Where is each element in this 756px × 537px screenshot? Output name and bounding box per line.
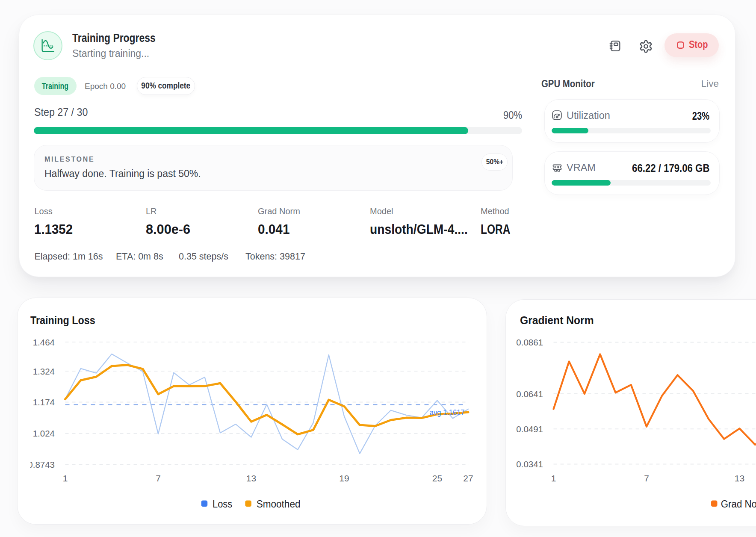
svg-text:1.174: 1.174 xyxy=(33,397,55,407)
svg-text:7: 7 xyxy=(156,473,161,483)
svg-text:1.024: 1.024 xyxy=(33,428,55,438)
svg-text:0.0341: 0.0341 xyxy=(516,459,543,469)
svg-text:13: 13 xyxy=(735,473,744,483)
svg-text:1.464: 1.464 xyxy=(33,337,55,347)
svg-text:25: 25 xyxy=(432,473,442,483)
svg-text:0.0861: 0.0861 xyxy=(516,337,543,347)
svg-text:Loss: Loss xyxy=(213,498,232,510)
svg-text:Smoothed: Smoothed xyxy=(257,499,301,510)
svg-text:0.0491: 0.0491 xyxy=(516,424,543,434)
svg-text:19: 19 xyxy=(339,473,349,483)
svg-text:13: 13 xyxy=(246,473,256,483)
svg-text:Grad Norm: Grad Norm xyxy=(721,498,756,510)
svg-text:1: 1 xyxy=(551,473,556,483)
svg-text:0.0641: 0.0641 xyxy=(516,389,543,399)
svg-text:7: 7 xyxy=(644,473,649,483)
svg-text:1: 1 xyxy=(63,473,68,483)
svg-text:0.8743: 0.8743 xyxy=(28,460,55,469)
svg-text:27: 27 xyxy=(463,473,473,483)
svg-text:avg 1.1617: avg 1.1617 xyxy=(430,408,465,417)
svg-text:1.324: 1.324 xyxy=(33,366,55,376)
